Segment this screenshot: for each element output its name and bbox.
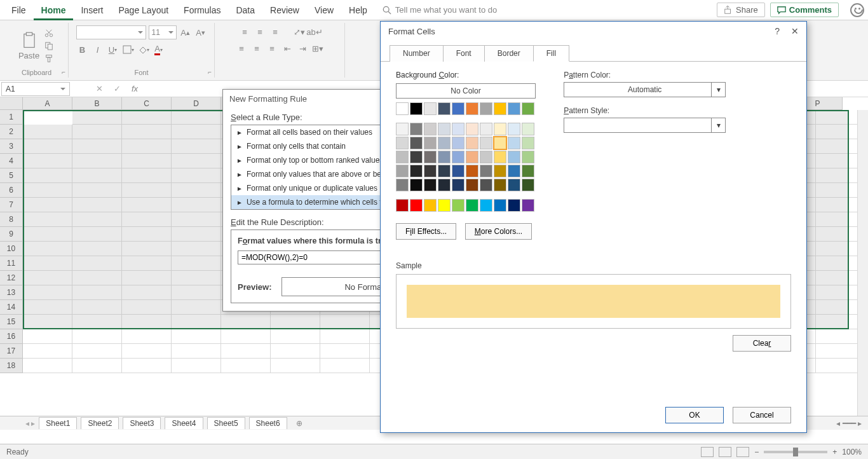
row-header[interactable]: 9 [0, 227, 23, 242]
increase-indent-button[interactable]: ⇥ [296, 42, 309, 55]
color-swatch[interactable] [466, 102, 478, 115]
color-swatch[interactable] [480, 179, 492, 191]
color-swatch[interactable] [452, 137, 465, 149]
color-swatch[interactable] [438, 179, 451, 191]
color-swatch[interactable] [396, 179, 409, 191]
name-box[interactable]: A1 [1, 82, 70, 96]
color-swatch[interactable] [494, 199, 506, 212]
row-header[interactable]: 2 [0, 125, 23, 139]
insert-function-button[interactable]: fx [126, 84, 144, 93]
zoom-value[interactable]: 100% [842, 448, 862, 456]
zoom-slider[interactable] [764, 451, 827, 453]
row-header[interactable]: 15 [0, 315, 23, 329]
color-swatch[interactable] [522, 179, 534, 191]
color-swatch[interactable] [452, 151, 465, 163]
cut-button[interactable] [43, 28, 55, 38]
row-header[interactable]: 16 [0, 329, 23, 344]
color-swatch[interactable] [466, 199, 478, 212]
color-swatch[interactable] [522, 199, 534, 212]
sheet-tab[interactable]: Sheet1 [39, 417, 77, 429]
more-colors-button[interactable]: More Colors... [465, 223, 532, 240]
normal-view-button[interactable] [701, 447, 714, 457]
align-center-button[interactable]: ≡ [250, 42, 263, 55]
color-swatch[interactable] [410, 179, 423, 191]
decrease-indent-button[interactable]: ⇤ [281, 42, 294, 55]
color-swatch[interactable] [396, 165, 409, 177]
color-swatch[interactable] [438, 199, 451, 212]
row-header[interactable]: 8 [0, 212, 23, 227]
color-swatch[interactable] [452, 165, 465, 177]
color-swatch[interactable] [466, 137, 478, 149]
color-swatch[interactable] [438, 123, 451, 135]
bold-button[interactable]: B [76, 43, 89, 56]
color-swatch[interactable] [424, 165, 437, 177]
color-swatch[interactable] [522, 102, 534, 115]
fill-color-button[interactable]: ▾ [137, 43, 150, 56]
borders-button[interactable]: ▾ [122, 43, 135, 56]
color-swatch[interactable] [508, 165, 520, 177]
col-header[interactable]: A [23, 97, 72, 110]
color-swatch[interactable] [452, 199, 465, 212]
page-layout-view-button[interactable] [719, 447, 731, 457]
tab-view[interactable]: View [307, 0, 341, 20]
tab-data[interactable]: Data [228, 0, 262, 20]
cancel-formula-button[interactable]: ✕ [90, 84, 108, 93]
zoom-out-button[interactable]: − [754, 448, 759, 456]
row-header[interactable]: 11 [0, 256, 23, 271]
color-swatch[interactable] [396, 123, 409, 135]
color-swatch[interactable] [438, 165, 451, 177]
color-swatch[interactable] [452, 123, 465, 135]
color-swatch[interactable] [396, 199, 409, 212]
row-header[interactable]: 3 [0, 139, 23, 154]
sheet-tab[interactable]: Sheet4 [165, 417, 203, 429]
enter-formula-button[interactable]: ✓ [108, 84, 126, 93]
row-header[interactable]: 7 [0, 198, 23, 212]
clipboard-launcher[interactable]: ⌐ [62, 69, 65, 76]
align-right-button[interactable]: ≡ [266, 42, 278, 55]
color-swatch[interactable] [508, 179, 520, 191]
font-name-combo[interactable] [76, 25, 146, 39]
row-header[interactable]: 14 [0, 300, 23, 315]
color-swatch[interactable] [480, 165, 492, 177]
color-swatch[interactable] [480, 199, 492, 212]
color-swatch[interactable] [452, 102, 465, 115]
format-painter-button[interactable] [43, 53, 55, 64]
italic-button[interactable]: I [92, 43, 104, 56]
color-swatch[interactable] [480, 137, 492, 149]
color-swatch[interactable] [508, 123, 520, 135]
color-swatch[interactable] [424, 179, 437, 191]
feedback-smiley-icon[interactable] [850, 3, 864, 17]
tab-review[interactable]: Review [262, 0, 307, 20]
col-header[interactable]: B [72, 97, 122, 110]
align-top-button[interactable]: ≡ [238, 25, 251, 38]
color-swatch[interactable] [410, 137, 423, 149]
sheet-tab[interactable]: Sheet3 [123, 417, 161, 429]
color-swatch[interactable] [396, 151, 409, 163]
pattern-color-combo[interactable]: Automatic ▾ [564, 82, 726, 97]
color-swatch[interactable] [508, 151, 520, 163]
row-header[interactable]: 6 [0, 183, 23, 198]
no-color-button[interactable]: No Color [396, 83, 536, 99]
page-break-view-button[interactable] [736, 447, 749, 457]
ok-button[interactable]: OK [665, 407, 724, 423]
color-swatch[interactable] [494, 151, 506, 163]
new-sheet-button[interactable]: ⊕ [291, 418, 308, 429]
color-swatch[interactable] [508, 102, 520, 115]
font-launcher[interactable]: ⌐ [208, 69, 212, 76]
wrap-text-button[interactable]: ab↵ [308, 25, 321, 38]
comments-button[interactable]: Comments [770, 3, 839, 17]
col-header[interactable]: C [122, 97, 172, 110]
tab-help[interactable]: Help [341, 0, 375, 20]
tell-me-search[interactable]: Tell me what you want to do [383, 5, 497, 15]
color-swatch[interactable] [480, 102, 492, 115]
paste-button[interactable]: Paste [18, 32, 39, 60]
color-swatch[interactable] [480, 151, 492, 163]
color-swatch[interactable] [424, 199, 437, 212]
color-swatch[interactable] [494, 179, 506, 191]
color-swatch[interactable] [410, 123, 423, 135]
increase-font-button[interactable]: A▴ [179, 26, 192, 39]
tab-font[interactable]: Font [443, 45, 485, 62]
horizontal-scrollbar[interactable]: ◂ ━━━ ▸ [836, 419, 868, 428]
font-color-button[interactable]: A▾ [153, 43, 165, 56]
row-header[interactable]: 12 [0, 271, 23, 285]
